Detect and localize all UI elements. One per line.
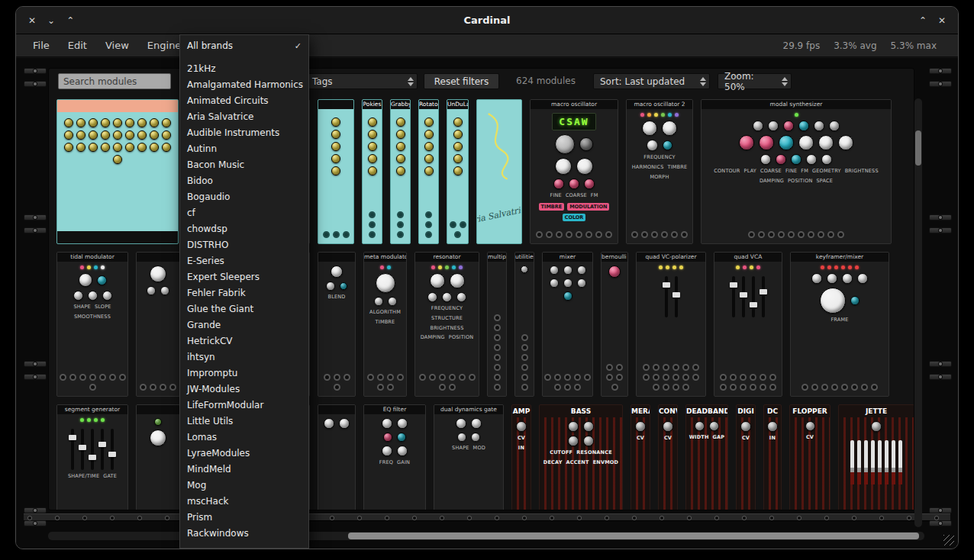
window-shade-button[interactable]: ⌃: [919, 15, 927, 26]
brand-menu-item[interactable]: Grande: [180, 317, 308, 333]
port: [574, 384, 581, 391]
knob-row: [663, 421, 673, 432]
led-display: CSAW: [552, 113, 595, 130]
module-card[interactable]: modal synthesizerCONTOURPLAYCOARSEFINEFM…: [701, 99, 892, 244]
brand-menu-item[interactable]: chowdsp: [180, 221, 308, 237]
window-minimize-button[interactable]: ⌄: [47, 15, 55, 26]
scrollbar-thumb[interactable]: [915, 130, 921, 166]
brand-menu-item[interactable]: JW-Modules: [180, 381, 308, 397]
brand-menu-item[interactable]: Audible Instruments: [180, 125, 308, 141]
zoom-select[interactable]: Zoom: 50%: [718, 73, 792, 89]
module-card[interactable]: utilities: [514, 252, 534, 397]
brand-menu-item[interactable]: Bacon Music: [180, 157, 308, 173]
knob: [453, 154, 463, 163]
module-card[interactable]: quad VC-polarizer: [636, 252, 706, 397]
module-card[interactable]: BLEND: [318, 252, 356, 397]
module-card[interactable]: [56, 99, 179, 244]
scrollbar-thumb[interactable]: [348, 533, 919, 539]
reset-filters-button[interactable]: Reset filters: [424, 73, 499, 89]
brand-menu-item[interactable]: mscHack: [180, 494, 308, 510]
port: [109, 374, 116, 381]
module-card[interactable]: resonatorFREQUENCYSTRUCTUREBRIGHTNESSDAM…: [414, 252, 479, 397]
brand-menu-item[interactable]: Aria Salvatrice: [180, 109, 308, 125]
module-card[interactable]: meta modulatorALGORITHMTIMBRE: [363, 252, 407, 397]
brand-menu-item[interactable]: DISTRHO: [180, 237, 308, 253]
module-card[interactable]: multiples: [487, 252, 507, 397]
module-card[interactable]: bernoulli gate: [601, 252, 628, 397]
brand-menu-item[interactable]: Expert Sleepers: [180, 269, 308, 285]
window-maximize-button[interactable]: ⌃: [66, 15, 74, 26]
module-card[interactable]: BASSCUTOFFRESONANCEDECAYACCENTENVMOD: [539, 404, 623, 510]
knob: [709, 421, 719, 431]
module-card[interactable]: keyframer/mixerFRAME: [790, 252, 889, 397]
module-card[interactable]: AMPCVIN: [511, 404, 531, 510]
module-body: FREQUENCYSTRUCTUREBRIGHTNESSDAMPINGPOSIT…: [415, 262, 479, 396]
brand-menu-item[interactable]: Bogaudio: [180, 189, 308, 205]
brand-menu-item[interactable]: Mog: [180, 478, 308, 494]
brand-menu-item[interactable]: cf: [180, 205, 308, 221]
module-card[interactable]: [136, 252, 180, 397]
port: [760, 374, 766, 381]
module-card[interactable]: JETTE: [838, 404, 914, 510]
brand-menu-item[interactable]: Amalgamated Harmonics: [180, 77, 308, 93]
port: [387, 374, 394, 381]
brand-menu-item[interactable]: E-Series: [180, 253, 308, 269]
cardinal-window: ✕⌄⌃ Cardinal ⌃✕ FileEditViewEngineHelp 2…: [15, 6, 959, 549]
port: [818, 231, 824, 238]
brand-menu-item[interactable]: Glue the Giant: [180, 301, 308, 317]
brand-menu-item[interactable]: HetrickCV: [180, 333, 308, 349]
brand-menu-item[interactable]: LifeFormModular: [180, 397, 308, 414]
window-close-button[interactable]: ✕: [28, 15, 36, 26]
knob-row: [871, 421, 882, 432]
module-card[interactable]: Grabby: [390, 99, 411, 244]
rack-vertical-scrollbar[interactable]: [914, 98, 922, 527]
module-card[interactable]: DEADBANDWIDTHGAP: [685, 404, 728, 510]
brand-menu-item[interactable]: ihtsyn: [180, 349, 308, 365]
module-card[interactable]: quad VCA: [714, 252, 782, 397]
brand-menu-item[interactable]: All brands✓: [180, 38, 308, 54]
brand-menu-item[interactable]: Fehler Fabrik: [180, 285, 308, 301]
module-card[interactable]: DCIN: [763, 404, 782, 510]
module-card[interactable]: DIGICV: [736, 404, 756, 510]
brand-menu-item[interactable]: Little Utils: [180, 414, 308, 430]
port: [682, 364, 689, 371]
module-card[interactable]: UnDuLaR: [447, 99, 469, 244]
module-card[interactable]: mixer: [542, 252, 593, 397]
module-card[interactable]: MERACV: [631, 404, 650, 510]
brand-menu-item[interactable]: 21kHz: [180, 61, 308, 77]
module-card[interactable]: macro oscillator 2FREQUENCYHARMONICSTIMB…: [626, 99, 693, 244]
brand-menu-item[interactable]: Lomas: [180, 430, 308, 446]
brand-menu-item[interactable]: Animated Circuits: [180, 93, 308, 109]
module-card[interactable]: Aria Salvatrice: [476, 99, 522, 244]
module-card[interactable]: EQ filterFREQGAIN: [363, 404, 426, 510]
brand-menu-item[interactable]: LyraeModules: [180, 446, 308, 462]
ports: [603, 364, 626, 392]
brand-menu-item-label: Mog: [187, 478, 206, 494]
brand-menu-item[interactable]: Bidoo: [180, 173, 308, 189]
tags-filter-select[interactable]: Tags: [305, 73, 418, 89]
brand-menu-item[interactable]: Impromptu: [180, 365, 308, 381]
module-title: keyframer/mixer: [791, 253, 889, 262]
tag: TIMBRE: [539, 203, 565, 211]
module-card[interactable]: segment generatorSHAPE/TIMEGATE: [56, 404, 128, 510]
brand-menu-item[interactable]: Prism: [180, 510, 308, 526]
module-card[interactable]: Rotatoes: [418, 99, 439, 244]
window-close-button[interactable]: ✕: [938, 15, 946, 26]
brand-menu-item[interactable]: MindMeld: [180, 462, 308, 478]
resize-grip[interactable]: [943, 535, 954, 546]
module-card[interactable]: tidal modulatorSHAPESLOPESMOOTHNESS: [56, 252, 128, 397]
knob-row: [427, 292, 466, 302]
module-card[interactable]: macro oscillatorCSAWFINECOARSEFMTIMBREMO…: [530, 99, 618, 244]
module-card[interactable]: [318, 404, 356, 510]
sort-select[interactable]: Sort: Last updated: [593, 73, 710, 89]
search-input[interactable]: [58, 73, 171, 89]
module-card[interactable]: dual dynamics gateSHAPEMOD: [434, 404, 504, 510]
module-card[interactable]: [136, 404, 180, 510]
brand-menu-item[interactable]: Autinn: [180, 141, 308, 157]
module-card[interactable]: FLOPPERCV: [789, 404, 830, 510]
knob: [814, 121, 824, 131]
brand-menu-item[interactable]: Rackwindows: [180, 526, 308, 542]
module-card[interactable]: CONVCV: [658, 404, 678, 510]
module-card[interactable]: [318, 99, 354, 244]
module-card[interactable]: Pokies: [362, 99, 382, 244]
